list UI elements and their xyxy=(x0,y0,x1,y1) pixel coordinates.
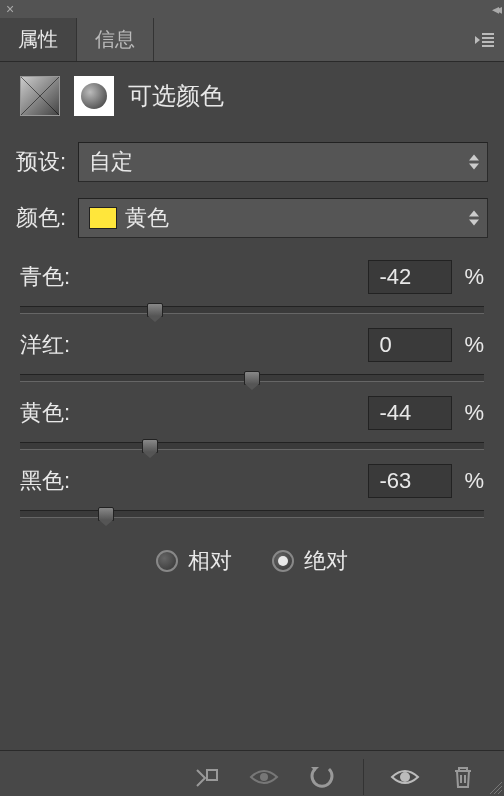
preset-row: 预设: 自定 xyxy=(16,142,488,182)
panel-footer xyxy=(0,750,504,796)
slider-cyan-label: 青色: xyxy=(20,262,70,292)
selective-color-icon xyxy=(20,76,60,116)
delete-icon[interactable] xyxy=(446,762,480,792)
sliders-group: 青色: % 洋红: % xyxy=(16,260,488,532)
view-previous-icon[interactable] xyxy=(247,762,281,792)
preset-select[interactable]: 自定 xyxy=(78,142,488,182)
panel-tabs: 属性 信息 xyxy=(0,18,504,62)
slider-cyan-input[interactable] xyxy=(368,260,452,294)
slider-magenta-label: 洋红: xyxy=(20,330,70,360)
layer-mask-icon[interactable] xyxy=(74,76,114,116)
percent-label: % xyxy=(464,264,484,290)
color-select[interactable]: 黄色 xyxy=(78,198,488,238)
close-icon[interactable]: × xyxy=(6,1,14,17)
percent-label: % xyxy=(464,400,484,426)
svg-point-2 xyxy=(400,772,410,782)
percent-label: % xyxy=(464,468,484,494)
panel-body: 可选颜色 预设: 自定 颜色: 黄色 青色: % xyxy=(0,62,504,750)
color-value: 黄色 xyxy=(125,203,169,233)
tab-info[interactable]: 信息 xyxy=(77,18,154,61)
slider-cyan-thumb[interactable] xyxy=(147,303,163,317)
slider-black-thumb[interactable] xyxy=(98,507,114,521)
preset-value: 自定 xyxy=(89,147,133,177)
tab-properties[interactable]: 属性 xyxy=(0,18,77,61)
slider-black-input[interactable] xyxy=(368,464,452,498)
slider-yellow: 黄色: % xyxy=(16,396,488,450)
percent-label: % xyxy=(464,332,484,358)
menu-lines-icon xyxy=(482,33,494,47)
panel-titlebar: × ◂◂ xyxy=(0,0,504,18)
collapse-icon[interactable]: ◂◂ xyxy=(492,1,498,17)
method-radios: 相对 绝对 xyxy=(16,546,488,576)
dropdown-arrows-icon xyxy=(469,211,479,226)
radio-icon xyxy=(156,550,178,572)
resize-grip-icon[interactable] xyxy=(490,782,502,794)
slider-yellow-thumb[interactable] xyxy=(142,439,158,453)
adjustment-title: 可选颜色 xyxy=(128,80,224,112)
svg-rect-0 xyxy=(207,770,217,780)
radio-relative[interactable]: 相对 xyxy=(156,546,232,576)
visibility-icon[interactable] xyxy=(388,762,422,792)
svg-point-1 xyxy=(260,773,268,781)
slider-black: 黑色: % xyxy=(16,464,488,518)
menu-triangle-icon xyxy=(475,36,480,44)
preset-label: 预设: xyxy=(16,147,78,177)
color-label: 颜色: xyxy=(16,203,78,233)
radio-icon xyxy=(272,550,294,572)
slider-magenta: 洋红: % xyxy=(16,328,488,382)
clip-to-layer-icon[interactable] xyxy=(189,762,223,792)
radio-absolute-label: 绝对 xyxy=(304,546,348,576)
slider-magenta-track[interactable] xyxy=(20,374,484,382)
slider-black-track[interactable] xyxy=(20,510,484,518)
slider-yellow-label: 黄色: xyxy=(20,398,70,428)
color-row: 颜色: 黄色 xyxy=(16,198,488,238)
slider-magenta-input[interactable] xyxy=(368,328,452,362)
adjustment-header: 可选颜色 xyxy=(16,76,488,116)
slider-cyan: 青色: % xyxy=(16,260,488,314)
slider-yellow-track[interactable] xyxy=(20,442,484,450)
footer-divider xyxy=(363,759,364,795)
panel-menu-button[interactable] xyxy=(475,33,494,47)
slider-magenta-thumb[interactable] xyxy=(244,371,260,385)
radio-relative-label: 相对 xyxy=(188,546,232,576)
radio-absolute[interactable]: 绝对 xyxy=(272,546,348,576)
slider-cyan-track[interactable] xyxy=(20,306,484,314)
reset-icon[interactable] xyxy=(305,762,339,792)
slider-yellow-input[interactable] xyxy=(368,396,452,430)
color-swatch xyxy=(89,207,117,229)
dropdown-arrows-icon xyxy=(469,155,479,170)
slider-black-label: 黑色: xyxy=(20,466,70,496)
